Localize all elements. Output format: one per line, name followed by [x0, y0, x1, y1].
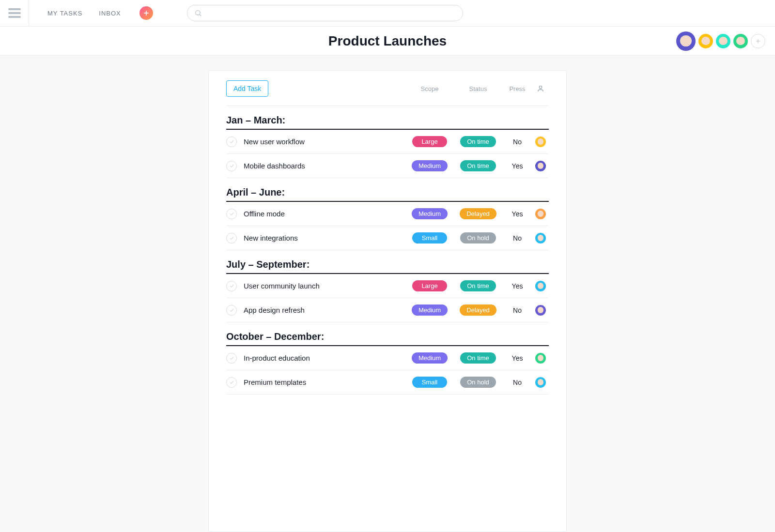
cell-press[interactable]: Yes: [502, 282, 532, 290]
scope-pill: Medium: [412, 304, 448, 316]
cell-scope[interactable]: Large: [405, 280, 454, 291]
cell-scope[interactable]: Medium: [405, 304, 454, 316]
cell-press[interactable]: No: [502, 234, 532, 242]
cell-scope[interactable]: Small: [405, 232, 454, 243]
scope-pill: Large: [412, 136, 447, 147]
status-pill: Delayed: [460, 304, 496, 316]
task-name[interactable]: App design refresh: [244, 306, 405, 314]
assignee-avatar: [535, 209, 546, 219]
complete-checkbox[interactable]: [226, 161, 237, 171]
task-row: Premium templatesSmallOn holdNo: [226, 370, 549, 395]
check-icon: [229, 283, 234, 289]
page-title: Product Launches: [328, 33, 447, 49]
cell-status[interactable]: Delayed: [454, 304, 502, 316]
scope-pill: Medium: [412, 208, 448, 219]
nav-my-tasks[interactable]: MY TASKS: [47, 10, 82, 17]
task-row: In-product educationMediumOn timeYes: [226, 346, 549, 370]
cell-status[interactable]: On time: [454, 160, 502, 171]
cell-assignee[interactable]: [532, 161, 549, 171]
menu-icon[interactable]: [8, 8, 21, 18]
plus-icon: [755, 38, 761, 44]
cell-status[interactable]: On hold: [454, 377, 502, 388]
task-name[interactable]: Premium templates: [244, 378, 405, 386]
column-header-status: Status: [454, 85, 502, 92]
svg-line-3: [200, 15, 201, 16]
task-name[interactable]: Offline mode: [244, 210, 405, 218]
complete-checkbox[interactable]: [226, 281, 237, 291]
task-row: New integrationsSmallOn holdNo: [226, 226, 549, 250]
scope-pill: Medium: [412, 160, 448, 171]
cell-press[interactable]: Yes: [502, 162, 532, 170]
complete-checkbox[interactable]: [226, 305, 237, 316]
status-pill: On hold: [460, 232, 496, 243]
complete-checkbox[interactable]: [226, 377, 237, 388]
task-name[interactable]: Mobile dashboards: [244, 162, 405, 170]
add-member-button[interactable]: [751, 34, 765, 48]
cell-scope[interactable]: Medium: [405, 352, 454, 364]
cell-status[interactable]: On hold: [454, 232, 502, 243]
cell-press[interactable]: Yes: [502, 210, 532, 218]
assignee-avatar: [535, 281, 546, 291]
task-name[interactable]: New integrations: [244, 234, 405, 242]
assignee-avatar: [535, 305, 546, 316]
assignee-avatar: [535, 137, 546, 147]
cell-status[interactable]: On time: [454, 136, 502, 147]
search-input[interactable]: [206, 9, 456, 17]
nav-inbox[interactable]: INBOX: [99, 10, 121, 17]
task-name[interactable]: New user workflow: [244, 137, 405, 146]
add-task-button[interactable]: Add Task: [226, 80, 268, 97]
member-avatar[interactable]: [698, 34, 713, 48]
cell-press[interactable]: No: [502, 306, 532, 314]
cell-assignee[interactable]: [532, 209, 549, 219]
complete-checkbox[interactable]: [226, 233, 237, 243]
task-row: App design refreshMediumDelayedNo: [226, 298, 549, 322]
cell-assignee[interactable]: [532, 233, 549, 243]
scope-pill: Large: [412, 280, 447, 291]
column-header-assignee: [532, 85, 549, 92]
add-button[interactable]: [140, 6, 153, 20]
cell-scope[interactable]: Medium: [405, 160, 454, 171]
status-pill: On time: [460, 160, 496, 171]
scope-pill: Medium: [412, 352, 448, 364]
member-avatar[interactable]: [733, 34, 748, 48]
status-pill: On hold: [460, 377, 496, 388]
cell-press[interactable]: Yes: [502, 354, 532, 362]
complete-checkbox[interactable]: [226, 209, 237, 219]
task-name[interactable]: In-product education: [244, 354, 405, 362]
cell-scope[interactable]: Medium: [405, 208, 454, 219]
cell-status[interactable]: Delayed: [454, 208, 502, 219]
check-icon: [229, 355, 234, 361]
complete-checkbox[interactable]: [226, 353, 237, 364]
member-avatar[interactable]: [716, 34, 730, 48]
check-icon: [229, 163, 234, 168]
cell-status[interactable]: On time: [454, 280, 502, 291]
scope-pill: Small: [412, 377, 447, 388]
cell-status[interactable]: On time: [454, 352, 502, 364]
section-title[interactable]: July – September:: [226, 259, 549, 274]
section-title[interactable]: April – June:: [226, 187, 549, 202]
nav-links: MY TASKS INBOX: [47, 10, 121, 17]
top-bar: MY TASKS INBOX: [0, 0, 775, 27]
cell-assignee[interactable]: [532, 281, 549, 291]
task-row: New user workflowLargeOn timeNo: [226, 130, 549, 154]
column-headers: Scope Status Press: [405, 85, 549, 92]
complete-checkbox[interactable]: [226, 137, 237, 147]
cell-scope[interactable]: Small: [405, 377, 454, 388]
cell-press[interactable]: No: [502, 379, 532, 386]
cell-assignee[interactable]: [532, 305, 549, 316]
cell-scope[interactable]: Large: [405, 136, 454, 147]
check-icon: [229, 307, 234, 313]
cell-assignee[interactable]: [532, 377, 549, 388]
hamburger-wrap: [0, 0, 29, 27]
section-title[interactable]: October – December:: [226, 331, 549, 346]
assignee-avatar: [535, 161, 546, 171]
section-title[interactable]: Jan – March:: [226, 115, 549, 130]
cell-assignee[interactable]: [532, 137, 549, 147]
check-icon: [229, 235, 234, 241]
search-field[interactable]: [187, 5, 463, 21]
member-avatar[interactable]: [676, 31, 696, 51]
cell-assignee[interactable]: [532, 353, 549, 364]
cell-press[interactable]: No: [502, 138, 532, 146]
task-name[interactable]: User community launch: [244, 282, 405, 290]
scope-pill: Small: [412, 232, 447, 243]
